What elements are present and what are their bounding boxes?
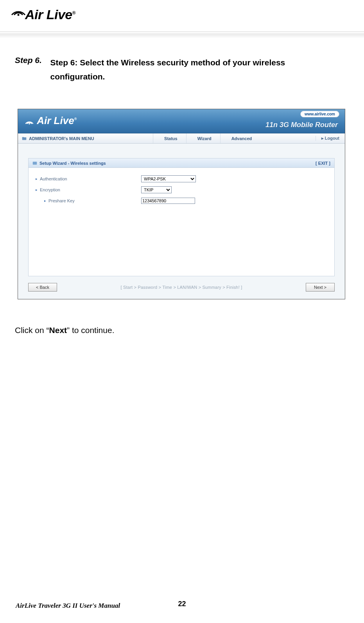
panel-icon (32, 161, 37, 166)
tab-wizard-label: Wizard (197, 136, 212, 141)
svg-rect-9 (33, 162, 37, 165)
tab-status[interactable]: Status (153, 133, 186, 143)
preshare-key-input[interactable] (141, 198, 195, 204)
label-encryption: Encryption (40, 187, 60, 192)
authentication-select[interactable]: WPA2-PSK (141, 175, 196, 182)
wifi-arc-icon (9, 5, 27, 16)
svg-rect-3 (22, 137, 24, 138)
manual-footer: AirLive Traveler 3G II User's Manual (16, 602, 120, 610)
tab-advanced[interactable]: Advanced (220, 133, 261, 143)
admin-toolbar: ADMINISTRATOR's MAIN MENU Status Wizard … (18, 133, 345, 144)
airlive-page-logo: Air Live® (12, 7, 75, 22)
wizard-panel-title: Setup Wizard - Wireless settings (39, 161, 106, 166)
label-authentication: Authentication (40, 176, 67, 181)
step-instruction: Step 6: Select the Wireless security met… (50, 56, 337, 83)
bullet-icon: ▸ (36, 188, 38, 192)
main-menu-label: ADMINISTRATOR's MAIN MENU (18, 136, 98, 141)
step-label: Step 6. (15, 56, 48, 65)
tab-wizard[interactable]: Wizard (186, 133, 220, 143)
encryption-select[interactable]: TKIP (141, 186, 172, 193)
back-button[interactable]: < Back (28, 283, 57, 292)
router-admin-screenshot: Air Live® www.airlive.com 11n 3G Mobile … (18, 109, 345, 299)
wizard-panel: Setup Wizard - Wireless settings [ EXIT … (28, 158, 335, 276)
tab-advanced-label: Advanced (231, 136, 252, 141)
router-model-subtitle: 11n 3G Mobile Router (265, 121, 338, 129)
page-logo-text: Air Live (25, 7, 72, 22)
bullet-icon: ▸ (36, 177, 38, 181)
wizard-breadcrumb: [ Start > Password > Time > LAN/WAN > Su… (57, 285, 306, 290)
continue-instruction: Click on “Next” to continue. (15, 326, 114, 335)
svg-point-0 (18, 14, 20, 16)
folder-icon (22, 136, 27, 141)
registered-mark: ® (72, 10, 75, 16)
label-preshare-key: Preshare Key (48, 198, 75, 203)
wireless-settings-form: ▸Authentication WPA2-PSK ▸Encryption TKI… (29, 168, 334, 206)
header-divider (0, 31, 364, 38)
caret-right-icon: ▸ (321, 136, 325, 140)
router-brand-logo: Air Live® (24, 115, 77, 127)
step-block: Step 6. Step 6: Select the Wireless secu… (15, 56, 341, 83)
logout-label: Logout (325, 136, 339, 140)
svg-point-1 (29, 123, 30, 124)
continue-suffix: ” to continue. (67, 326, 114, 335)
wifi-arc-icon (24, 118, 34, 125)
row-encryption: ▸Encryption TKIP (36, 184, 327, 195)
continue-bold: Next (49, 326, 67, 335)
main-menu-text: ADMINISTRATOR's MAIN MENU (29, 136, 94, 141)
screenshot-header: Air Live® www.airlive.com 11n 3G Mobile … (18, 109, 345, 133)
continue-prefix: Click on “ (15, 326, 49, 335)
wizard-footer: < Back [ Start > Password > Time > LAN/W… (28, 282, 335, 293)
bullet-icon: ▸ (44, 199, 46, 203)
wizard-panel-header: Setup Wizard - Wireless settings [ EXIT … (29, 158, 334, 168)
row-authentication: ▸Authentication WPA2-PSK (36, 173, 327, 184)
tab-status-label: Status (164, 136, 178, 141)
router-brand-text: Air Live (37, 115, 74, 126)
site-url-pill[interactable]: www.airlive.com (300, 111, 339, 117)
registered-mark: ® (74, 117, 77, 121)
next-button[interactable]: Next > (306, 283, 335, 292)
row-preshare-key: ▸Preshare Key (36, 195, 327, 206)
exit-link[interactable]: [ EXIT ] (316, 161, 330, 166)
logout-link[interactable]: ▸ Logout (316, 136, 345, 141)
